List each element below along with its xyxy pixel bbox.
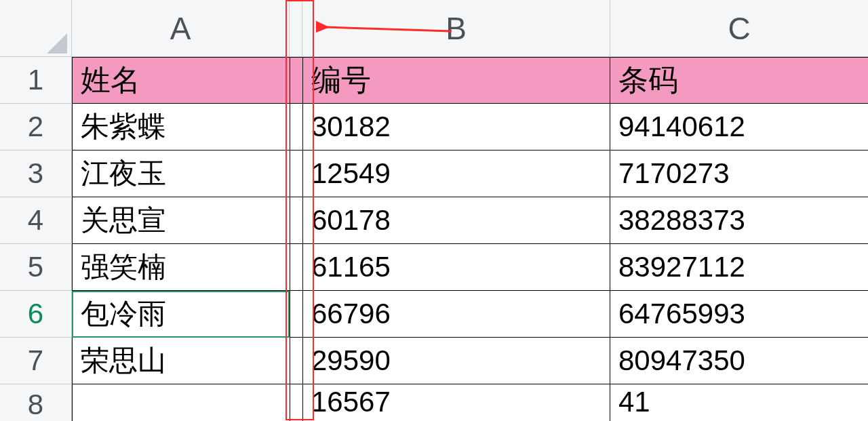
row-header-6[interactable]: 6 [0,291,72,338]
cell-C1[interactable]: 条码 [610,57,868,104]
row-header-2[interactable]: 2 [0,104,72,151]
column-header-narrow[interactable] [290,0,302,57]
row-header-8[interactable]: 8 [0,384,72,421]
svg-marker-0 [47,33,67,54]
cell-A2[interactable]: 朱紫蝶 [72,104,290,151]
cell-C8[interactable]: 41 [610,384,868,421]
cell-C3[interactable]: 7170273 [610,151,868,197]
cell-A7[interactable]: 荣思山 [72,338,290,384]
row-header-7[interactable]: 7 [0,338,72,384]
cell-C2[interactable]: 94140612 [610,104,868,151]
column-header-C[interactable]: C [610,0,868,57]
cell-B6[interactable]: 66796 [302,291,610,338]
cell-A1[interactable]: 姓名 [72,57,290,104]
spreadsheet-grid: A B C 1 2 3 4 5 6 7 8 姓名 编号 条码 朱紫蝶 30182… [0,0,868,421]
cell-C7[interactable]: 80947350 [610,338,868,384]
cell-B1[interactable]: 编号 [302,57,610,104]
cell-B3[interactable]: 12549 [302,151,610,197]
cell-C5[interactable]: 83927112 [610,244,868,291]
cell-A5[interactable]: 强笑楠 [72,244,290,291]
column-header-A[interactable]: A [72,0,290,57]
column-header-B[interactable]: B [302,0,610,57]
cell-A8[interactable] [72,384,290,421]
cell-B8[interactable]: 16567 [302,384,610,421]
cell-A6[interactable]: 包冷雨 [72,291,290,338]
cell-C6[interactable]: 64765993 [610,291,868,338]
row-header-5[interactable]: 5 [0,244,72,291]
select-all-triangle-icon [47,33,67,54]
cell-B2[interactable]: 30182 [302,104,610,151]
cell-B5[interactable]: 61165 [302,244,610,291]
row-header-1[interactable]: 1 [0,57,72,104]
cell-B4[interactable]: 60178 [302,197,610,244]
row-header-3[interactable]: 3 [0,151,72,197]
cell-B7[interactable]: 29590 [302,338,610,384]
cell-A4[interactable]: 关思宣 [72,197,290,244]
row-header-4[interactable]: 4 [0,197,72,244]
cell-A3[interactable]: 江夜玉 [72,151,290,197]
select-all-corner[interactable] [0,0,72,57]
cell-C4[interactable]: 38288373 [610,197,868,244]
